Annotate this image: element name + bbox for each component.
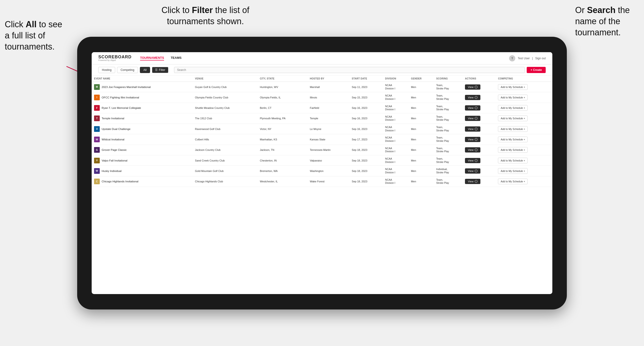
cell-hosted-by: Wake Forest	[308, 176, 350, 187]
cell-event-name: V Valpo Fall Invitational	[92, 155, 192, 166]
add-to-schedule-button[interactable]: Add to My Schedule +	[498, 158, 528, 164]
table-header-row: EVENT NAME VENUE CITY, STATE HOSTED BY S…	[92, 76, 552, 82]
event-name-text: 2023 Joe Feaganes Marshall Invitational	[102, 86, 151, 88]
sign-out-link[interactable]: Sign out	[535, 57, 546, 60]
competing-tab[interactable]: Competing	[117, 67, 138, 73]
col-competing: COMPETING	[496, 76, 552, 82]
tablet-screen: SCOREBOARD Powered by clippd TOURNAMENTS…	[92, 52, 552, 294]
cell-division: NCAADivision I	[383, 92, 409, 103]
cell-start-date: Sep 17, 2023	[349, 134, 383, 145]
add-to-schedule-button[interactable]: Add to My Schedule +	[498, 147, 528, 153]
cell-actions: View i	[462, 82, 496, 92]
cell-actions: View i	[462, 103, 496, 113]
event-name-text: Husky Individual	[102, 170, 122, 173]
table-row: G Grover Page Classic Jackson Country Cl…	[92, 145, 552, 155]
cell-hosted-by: Marshall	[308, 82, 350, 92]
add-to-schedule-button[interactable]: Add to My Schedule +	[498, 105, 528, 111]
search-input[interactable]	[174, 67, 525, 73]
cell-competing: Add to My Schedule +	[496, 103, 552, 113]
col-division: DIVISION	[383, 76, 409, 82]
add-to-schedule-button[interactable]: Add to My Schedule +	[498, 178, 528, 184]
cell-city-state: Jackson, TN	[258, 145, 307, 155]
view-button[interactable]: View i	[465, 168, 480, 173]
view-icon: i	[475, 86, 478, 88]
cell-event-name: C Chicago Highlands Invitational	[92, 176, 192, 187]
add-to-schedule-button[interactable]: Add to My Schedule +	[498, 116, 528, 121]
user-name: Test User	[518, 57, 530, 60]
cell-division: NCAADivision I	[383, 82, 409, 92]
filter-button[interactable]: ☰ Filter	[152, 67, 168, 73]
team-logo: V	[94, 158, 100, 164]
team-logo: W	[94, 137, 100, 142]
cell-division: NCAADivision I	[383, 176, 409, 187]
cell-hosted-by: Washington	[308, 166, 350, 176]
cell-competing: Add to My Schedule +	[496, 113, 552, 124]
view-icon: i	[475, 128, 478, 130]
cell-gender: Men	[409, 92, 434, 103]
cell-division: NCAADivision I	[383, 113, 409, 124]
cell-actions: View i	[462, 92, 496, 103]
view-button[interactable]: View i	[465, 116, 480, 121]
cell-scoring: Team,Stroke Play	[434, 155, 462, 166]
view-button[interactable]: View i	[465, 105, 480, 111]
cell-start-date: Sep 16, 2023	[349, 124, 383, 134]
cell-actions: View i	[462, 166, 496, 176]
cell-hosted-by: Kansas State	[308, 134, 350, 145]
cell-actions: View i	[462, 113, 496, 124]
event-name-text: Ryan T. Lee Memorial Collegiate	[102, 107, 141, 109]
table-row: I OFCC Fighting Illini Invitational Olym…	[92, 92, 552, 103]
add-to-schedule-button[interactable]: Add to My Schedule +	[498, 84, 528, 90]
team-logo: C	[94, 178, 100, 184]
table-row: W Wildcat Invitational Colbert Hills Man…	[92, 134, 552, 145]
logo: SCOREBOARD Powered by clippd	[98, 55, 132, 62]
col-start-date: START DATE	[349, 76, 383, 82]
view-button[interactable]: View i	[465, 126, 480, 132]
add-to-schedule-button[interactable]: Add to My Schedule +	[498, 137, 528, 142]
add-to-schedule-button[interactable]: Add to My Schedule +	[498, 126, 528, 132]
add-to-schedule-button[interactable]: Add to My Schedule +	[498, 95, 528, 100]
cell-event-name: W Husky Individual	[92, 166, 192, 176]
create-button[interactable]: + Create	[527, 67, 546, 73]
view-button[interactable]: View i	[465, 95, 480, 100]
cell-event-name: W Wildcat Invitational	[92, 134, 192, 145]
filter-label: Filter	[159, 68, 165, 72]
team-logo: U	[94, 126, 100, 132]
add-to-schedule-button[interactable]: Add to My Schedule +	[498, 168, 528, 174]
cell-scoring: Team,Stroke Play	[434, 113, 462, 124]
table-row: V Valpo Fall Invitational Sand Creek Cou…	[92, 155, 552, 166]
cell-gender: Men	[409, 134, 434, 145]
cell-venue: Gold Mountain Golf Club	[192, 166, 258, 176]
nav-teams[interactable]: TEAMS	[171, 56, 182, 60]
cell-scoring: Team,Stroke Play	[434, 176, 462, 187]
cell-city-state: Huntington, WV	[258, 82, 307, 92]
all-tab[interactable]: All	[140, 67, 150, 73]
cell-venue: Olympia Fields Country Club	[192, 92, 258, 103]
hosting-tab[interactable]: Hosting	[98, 67, 115, 73]
cell-gender: Men	[409, 124, 434, 134]
view-button[interactable]: View i	[465, 179, 480, 184]
cell-hosted-by: Fairfield	[308, 103, 350, 113]
main-nav: TOURNAMENTS TEAMS	[140, 56, 182, 60]
cell-competing: Add to My Schedule +	[496, 134, 552, 145]
cell-actions: View i	[462, 176, 496, 187]
view-icon: i	[475, 96, 478, 99]
cell-division: NCAADivision I	[383, 155, 409, 166]
cell-competing: Add to My Schedule +	[496, 124, 552, 134]
annotation-search: Or Search thename of thetournament.	[575, 5, 630, 38]
view-button[interactable]: View i	[465, 158, 480, 163]
cell-scoring: Team,Stroke Play	[434, 124, 462, 134]
team-logo: M	[94, 84, 100, 90]
cell-event-name: M 2023 Joe Feaganes Marshall Invitationa…	[92, 82, 192, 92]
event-name-text: Valpo Fall Invitational	[102, 159, 127, 162]
col-scoring: SCORING	[434, 76, 462, 82]
cell-competing: Add to My Schedule +	[496, 92, 552, 103]
view-button[interactable]: View i	[465, 137, 480, 142]
view-button[interactable]: View i	[465, 84, 480, 90]
nav-tournaments[interactable]: TOURNAMENTS	[140, 56, 164, 60]
filter-bar: Hosting Competing All ☰ Filter + Create	[92, 64, 552, 76]
cell-scoring: Team,Stroke Play	[434, 103, 462, 113]
event-name-text: Upstate Dual Challenge	[102, 128, 130, 130]
col-venue: VENUE	[192, 76, 258, 82]
view-icon: i	[475, 149, 478, 151]
view-button[interactable]: View i	[465, 147, 480, 153]
